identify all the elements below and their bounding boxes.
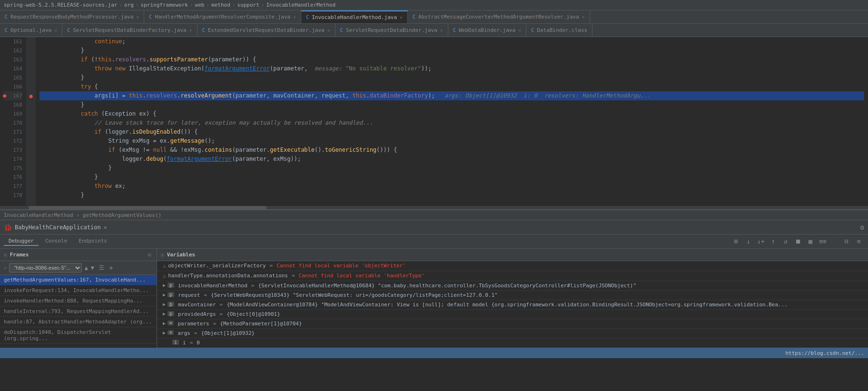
- restore-layout-btn[interactable]: ⊞: [731, 236, 741, 247]
- tab-request-response[interactable]: C RequestResponseBodyMethodProcessor.jav…: [0, 10, 144, 23]
- tab-close-1[interactable]: ✕: [136, 14, 139, 20]
- tab-invocable[interactable]: C InvocableHandlerMethod.java ✕: [301, 10, 408, 23]
- tab-close-8[interactable]: ✕: [440, 28, 443, 33]
- var-name-8: args: [178, 330, 190, 336]
- var-item-request[interactable]: ▶ p request = {ServletWebRequest@10343} …: [157, 291, 868, 300]
- thread-add-btn[interactable]: +: [108, 263, 114, 273]
- ln-167: 167: [4, 91, 22, 100]
- tab-close-4[interactable]: ✕: [582, 14, 585, 20]
- settings-btn[interactable]: ≡: [854, 236, 864, 247]
- tab-label-9: WebDataBinder.java: [459, 27, 515, 33]
- breadcrumb-org: org: [124, 2, 134, 8]
- var-type-arr8: ≡: [168, 330, 174, 335]
- frame-item-5[interactable]: doDispatch:1040, DispatcherServlet (org.…: [0, 327, 157, 344]
- tab-close-9[interactable]: ✕: [518, 28, 521, 33]
- thread-filter-btn[interactable]: ☰: [98, 264, 105, 272]
- tab-icon-c4: C: [413, 14, 415, 20]
- debug-settings-icon[interactable]: ⚙: [860, 224, 864, 231]
- gutter-163: [26, 55, 36, 64]
- expand-icon-5[interactable]: ▶: [163, 302, 166, 307]
- tab-close-6[interactable]: ✕: [189, 28, 192, 33]
- frame-item-2[interactable]: invokeHandlerMethod:888, RequestMappingH…: [0, 296, 157, 306]
- var-val-9: 0: [197, 340, 200, 346]
- thread-nav-down[interactable]: ▼: [90, 264, 95, 272]
- gutter-174: [26, 155, 36, 164]
- gutter-178: [26, 191, 36, 200]
- var-item-invocable[interactable]: ▶ p invocableHandlerMethod = {ServletInv…: [157, 281, 868, 291]
- ln-169: 169: [4, 109, 22, 118]
- h-scrollbar[interactable]: [0, 206, 868, 210]
- var-name-5: mavContainer: [178, 302, 216, 308]
- breakpoint-icon: ●: [29, 93, 32, 99]
- expand-icon-4[interactable]: ▶: [163, 292, 166, 297]
- tab-web-binder[interactable]: C WebDataBinder.java ✕: [448, 24, 526, 37]
- debug-tab-bar: Debugger Console Endpoints ⊞ ↓ ↓+ ↑ ↺ ⏹ …: [0, 235, 868, 249]
- code-line-169: catch (Exception ex) {: [39, 109, 864, 118]
- var-type-params7: ≡: [168, 321, 174, 325]
- var-item-objectwriter: ⚠ objectWriter._serializerFactory = Cann…: [157, 261, 868, 271]
- step-out-btn[interactable]: ↑: [768, 236, 779, 247]
- frame-item-0[interactable]: getMethodArgumentValues:167, InvocableHa…: [0, 275, 157, 285]
- minimize-btn[interactable]: ⊟: [841, 236, 852, 247]
- variables-panel-header: ▣ Variables: [157, 249, 868, 261]
- var-eq-3: =: [251, 283, 255, 289]
- var-item-args[interactable]: ▶ ≡ args = {Object[1]@10932}: [157, 329, 868, 338]
- variables-content: ⚠ objectWriter._serializerFactory = Cann…: [157, 261, 868, 348]
- h-scrollbar-thumb[interactable]: [29, 206, 266, 210]
- expand-icon-7[interactable]: ▶: [163, 321, 166, 326]
- tab-close-2[interactable]: ✕: [293, 14, 296, 20]
- ln-171: 171: [4, 127, 22, 137]
- thread-nav: ▲ ▼: [84, 264, 95, 272]
- var-item-mavcontainer[interactable]: ▶ p mavContainer = {ModelAndViewContaine…: [157, 300, 868, 310]
- gutter-169: [26, 109, 36, 118]
- stop-btn[interactable]: ⏹: [793, 236, 803, 247]
- step-into-btn[interactable]: ↓+: [756, 236, 766, 247]
- var-val-8: {Object[1]@10932}: [201, 330, 255, 336]
- frames-btn[interactable]: ▦: [805, 236, 816, 247]
- tab-servlet-binder-factory[interactable]: C ServletRequestDataBinderFactory.java ✕: [62, 24, 197, 37]
- tab-close-3[interactable]: ✕: [400, 15, 403, 20]
- code-status-bar: InvocableHandlerMethod › getMethodArgume…: [0, 210, 868, 220]
- frames-content: getMethodArgumentValues:167, InvocableHa…: [0, 275, 157, 348]
- var-val-5: {ModelAndViewContainer@10784} "ModelAndV…: [227, 302, 788, 308]
- debug-tab-endpoints[interactable]: Endpoints: [74, 237, 112, 246]
- thread-dropdown[interactable]: "http-nio-8086-exec-5"...: [9, 263, 82, 273]
- tab-close-5[interactable]: ✕: [54, 28, 57, 33]
- frame-item-3[interactable]: handleInternal:793, RequestMappingHandle…: [0, 306, 157, 317]
- gutter-167: ●: [26, 91, 36, 100]
- thread-nav-up[interactable]: ▲: [84, 264, 89, 272]
- var-item-providedargs[interactable]: ▶ p providedArgs = {Object[0]@10901}: [157, 310, 868, 319]
- breadcrumb-web: web: [195, 2, 205, 8]
- var-item-parameters[interactable]: ▶ ≡ parameters = {MethodParameter[1]@107…: [157, 319, 868, 329]
- code-line-167: args[i] = this.resolvers.resolveArgument…: [39, 91, 864, 100]
- gutter-175: [26, 164, 36, 173]
- frame-item-4[interactable]: handle:87, AbstractHandlerMethodAdapter …: [0, 317, 157, 327]
- var-type-p5: p: [168, 302, 174, 307]
- debug-tab-debugger[interactable]: Debugger: [4, 237, 39, 246]
- frame-item-1[interactable]: invokeForRequest:134, InvocableHandlerMe…: [0, 285, 157, 296]
- var-name-1: objectWriter._serializerFactory: [168, 263, 266, 269]
- run-to-cursor-btn[interactable]: ↺: [780, 236, 791, 247]
- expand-icon-3[interactable]: ▶: [163, 283, 166, 288]
- breadcrumb-sep: ›: [119, 2, 122, 8]
- expand-icon-8[interactable]: ▶: [163, 330, 166, 335]
- tab-extended-servlet[interactable]: C ExtendedServletRequestDataBinder.java …: [197, 24, 335, 37]
- debug-app-close-btn[interactable]: ✕: [104, 224, 107, 231]
- tab-optional[interactable]: C Optional.java ✕: [0, 24, 62, 37]
- debug-app-icon: 🐞: [4, 224, 12, 231]
- watches-btn[interactable]: ≡≡: [818, 236, 828, 247]
- frames-panel-header: ▣ Frames ⊞: [0, 249, 157, 261]
- tab-abstract-message[interactable]: C AbstractMessageConverterMethodArgument…: [408, 10, 590, 23]
- expand-icon-6[interactable]: ▶: [163, 311, 166, 316]
- tab-close-7[interactable]: ✕: [327, 28, 330, 33]
- tab-handler-composite[interactable]: C HandlerMethodArgumentResolverComposite…: [144, 10, 301, 23]
- error-icon-1: ⚠: [163, 263, 166, 269]
- frames-expand-btn[interactable]: ⊞: [147, 252, 153, 258]
- frame-label-2: invokeHandlerMethod:888, RequestMappingH…: [4, 298, 142, 304]
- debug-tab-console[interactable]: Console: [40, 237, 72, 246]
- tab-servlet-binder[interactable]: C ServletRequestDataBinder.java ✕: [335, 24, 448, 37]
- step-over-btn[interactable]: ↓: [743, 236, 754, 247]
- ln-177: 177: [4, 182, 22, 191]
- var-eq-7: =: [213, 321, 217, 327]
- tab-databinder-class[interactable]: C DataBinder.class: [526, 24, 592, 37]
